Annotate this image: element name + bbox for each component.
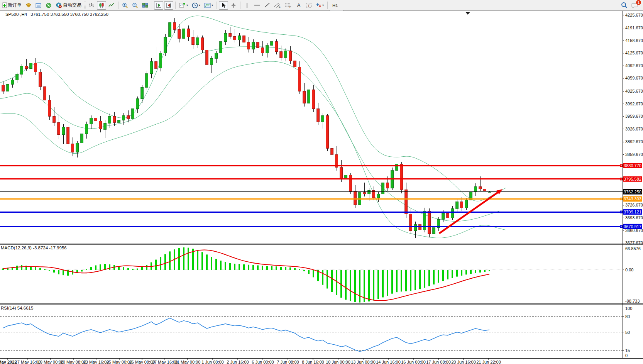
candle [247,42,250,49]
bar-chart-button[interactable] [87,1,96,10]
gold-icon [25,3,32,8]
candle [53,116,56,122]
templates-button[interactable]: ▾ [203,1,215,10]
candle [340,168,343,179]
line-chart-icon [108,2,115,8]
arrows-button[interactable]: ▾ [315,1,325,10]
notifications-button[interactable]: 1 [630,1,640,10]
crosshair-button[interactable] [229,1,238,10]
candle [447,213,449,218]
candle [90,118,93,124]
candle [173,22,176,29]
auto-scroll-button[interactable] [154,1,163,10]
candle [25,66,28,69]
svg-text:0.00: 0.00 [625,267,633,272]
svg-text:E: E [279,5,281,8]
candle [303,91,306,103]
svg-text:27 May 16:00: 27 May 16:00 [152,360,178,364]
candle [210,58,213,64]
candle [67,127,69,144]
svg-text:25 May 00:00: 25 May 00:00 [107,360,132,364]
candle [261,48,264,53]
candle [206,50,208,65]
text-label-button[interactable]: T [304,1,314,10]
zoom-in-button[interactable] [120,1,130,10]
candle [252,42,255,49]
svg-text:100: 100 [625,306,632,311]
market-watch-button[interactable] [24,1,33,10]
svg-text:4059.670: 4059.670 [625,76,643,80]
svg-text:3992.670: 3992.670 [625,102,643,106]
svg-text:17 Jun 08:00: 17 Jun 08:00 [426,360,451,364]
svg-text:10 Jun 00:00: 10 Jun 00:00 [326,360,350,364]
candle [44,86,46,100]
ohlc-values: 3761.750 3763.550 3760.750 3762.250 [30,12,108,17]
svg-text:4125.670: 4125.670 [625,51,643,55]
zoom-out-button[interactable] [130,1,140,10]
tile-windows-icon [142,2,148,8]
new-order-button[interactable]: 新订单 [0,1,23,10]
cursor-button[interactable] [219,1,228,10]
tile-windows-button[interactable] [140,1,150,10]
svg-text:4092.670: 4092.670 [625,63,643,68]
svg-text:3726.670: 3726.670 [625,203,643,207]
candle [34,63,37,72]
svg-text:13 Jun 08:00: 13 Jun 08:00 [351,360,376,364]
clock-icon [192,2,198,8]
text-icon: A [297,2,301,8]
chart-canvas[interactable]: 4225.6704191.6704158.6704125.6704092.670… [0,11,643,364]
vertical-line-icon [245,2,249,8]
candle [289,51,292,61]
symbol-period-label: SP500-,H4 [5,12,27,17]
equidistant-channel-button[interactable]: E [272,1,283,10]
candle [30,63,32,69]
svg-text:3693.670: 3693.670 [625,215,643,220]
candle [169,22,171,37]
svg-text:4225.670: 4225.670 [625,13,643,17]
candle [108,116,111,123]
notification-badge: 1 [636,0,641,5]
trendline-button[interactable] [262,1,272,10]
new-order-icon [2,2,8,8]
candle [229,33,232,36]
candle [377,194,380,198]
text-button[interactable]: A [294,1,303,10]
svg-text:16 Jun 00:00: 16 Jun 00:00 [401,360,426,364]
search-icon [621,2,628,8]
svg-text:0: 0 [625,353,628,358]
fibonacci-button[interactable]: F [283,1,293,10]
tf-H1[interactable]: H1 [330,1,343,10]
candlestick-chart-button[interactable] [97,1,106,10]
line-chart-button[interactable] [107,1,116,10]
candle [409,214,412,231]
candle [58,122,60,135]
candle [372,190,375,198]
candle [451,208,454,218]
svg-text:3859.670: 3859.670 [625,152,643,157]
autotrade-button[interactable]: 自动交易 [54,1,83,10]
candle [326,115,329,148]
toolbar-separator [152,2,152,9]
chart-shift-button[interactable] [164,1,173,10]
candle [414,225,417,231]
toolbar-separator [118,2,118,9]
zoom-out-icon [132,2,138,8]
candle [62,127,65,135]
dropdown-caret: ▾ [212,3,213,7]
indicators-button[interactable]: ▾ [178,1,190,10]
periods-button[interactable]: ▾ [190,1,202,10]
svg-text:80: 80 [625,314,630,319]
candle [284,51,287,58]
new-order-label: 新订单 [8,2,22,8]
toolbar-separator [175,2,176,9]
candle [132,109,134,119]
svg-text:17 May 16:00: 17 May 16:00 [15,360,41,364]
search-button[interactable] [619,1,629,10]
text-label-icon: T [306,2,312,8]
symbol-bullet: · [3,12,4,16]
candle [11,80,14,85]
data-window-button[interactable] [34,1,43,10]
horizontal-line-button[interactable] [252,1,262,10]
signals-button[interactable] [44,1,53,10]
vertical-line-button[interactable] [242,1,252,10]
